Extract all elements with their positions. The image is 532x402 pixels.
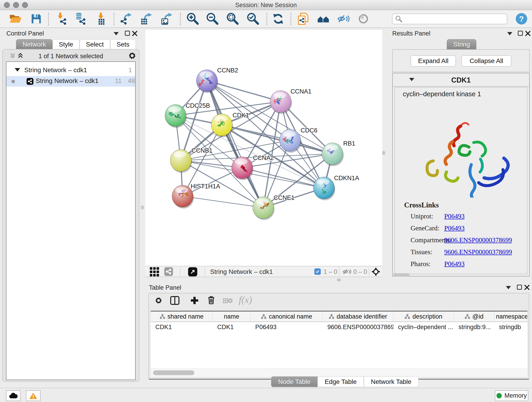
show-glass-effect-button[interactable] xyxy=(356,12,371,26)
import-network-button[interactable] xyxy=(55,12,69,26)
table-panel-close-icon[interactable] xyxy=(524,285,530,290)
tab-node-table[interactable]: Node Table xyxy=(271,376,317,387)
table-cell[interactable]: 9606.ENSP00000378699 xyxy=(323,322,393,332)
column-header-description[interactable]: description xyxy=(393,312,454,322)
table-cell[interactable]: stringdb xyxy=(494,322,527,332)
network-node-CCNA1[interactable]: CCNA1 xyxy=(270,88,312,114)
column-header-name[interactable]: name xyxy=(213,312,251,322)
control-panel-float-icon[interactable] xyxy=(125,31,130,36)
results-panel-close-icon[interactable] xyxy=(525,31,531,36)
save-session-button[interactable] xyxy=(29,12,44,26)
tab-sets[interactable]: Sets xyxy=(110,39,136,50)
table-cell[interactable]: cyclin–dependent ... xyxy=(393,322,454,332)
scrollbar-thumb[interactable] xyxy=(153,370,194,375)
network-node-CCNA2[interactable]: CCNA2 xyxy=(232,154,274,180)
network-node-CCNB2[interactable]: CCNB2 xyxy=(196,67,238,93)
string-protein-query-button[interactable] xyxy=(296,12,310,26)
apply-layout-button[interactable] xyxy=(271,12,285,26)
zoom-in-button[interactable] xyxy=(185,12,200,26)
results-scrollbar-thumb[interactable] xyxy=(393,273,410,276)
table-row[interactable]: CDK1CDK1P064939606.ENSP00000378699cyclin… xyxy=(151,322,527,332)
crosslink-link[interactable]: 9606.ENSP00000378699 xyxy=(444,248,512,260)
birdseye-grid-icon[interactable] xyxy=(149,267,159,277)
table-horizontal-scrollbar[interactable] xyxy=(151,368,527,377)
crosslinks-title: CrossLinks xyxy=(404,201,512,209)
memory-button[interactable]: Memory xyxy=(495,390,528,401)
hide-glass-effect-button[interactable] xyxy=(336,12,351,26)
selected-checkbox-icon[interactable] xyxy=(314,268,321,275)
export-table-button[interactable] xyxy=(139,12,153,26)
horizontal-splitter-handle[interactable] xyxy=(337,279,341,281)
zoom-selected-button[interactable] xyxy=(245,12,260,26)
table-cell[interactable]: P06493 xyxy=(251,322,323,332)
network-node-CDKN1A[interactable]: CDKN1A xyxy=(313,175,359,200)
node-entry-header[interactable]: CDK1 xyxy=(393,73,529,87)
warnings-button[interactable] xyxy=(26,390,41,401)
open-in-window-button[interactable] xyxy=(188,267,197,276)
network-node-CCNE1[interactable]: CCNE1 xyxy=(253,194,295,220)
crosslink-link[interactable]: P06493 xyxy=(444,212,465,224)
import-network-from-database-button[interactable] xyxy=(73,12,88,26)
cloud-status-button[interactable] xyxy=(6,390,21,401)
network-view-canvas[interactable]: CCNB2CCNA1CDC25BCDK1CDC6RB1CCNB1CCNA2CDK… xyxy=(145,30,382,266)
search-field[interactable] xyxy=(402,15,498,22)
network-collection-row[interactable]: String Network – cdk1 1 xyxy=(6,65,135,76)
import-table-button[interactable] xyxy=(94,12,109,26)
control-panel-close-icon[interactable] xyxy=(132,31,138,36)
node-label-CCNB2: CCNB2 xyxy=(217,67,238,74)
table-cell[interactable]: stringdb:9... xyxy=(454,322,494,332)
left-splitter-handle[interactable] xyxy=(141,205,144,210)
string-home-button[interactable] xyxy=(316,12,331,26)
table-panel-float-icon[interactable] xyxy=(517,285,522,290)
tab-string[interactable]: String xyxy=(447,39,476,50)
search-input[interactable] xyxy=(392,13,507,24)
expand-all-button[interactable]: Expand All xyxy=(411,55,456,67)
results-panel-collapse-icon[interactable] xyxy=(507,32,512,35)
tab-style[interactable]: Style xyxy=(52,39,80,50)
control-panel-title: Control Panel xyxy=(6,30,44,37)
export-image-button[interactable] xyxy=(159,12,174,26)
column-header-sharedname[interactable]: shared name xyxy=(151,312,213,322)
show-columns-icon[interactable] xyxy=(170,296,179,305)
network-node-RB1[interactable]: RB1 xyxy=(322,140,355,166)
crosslink-link[interactable]: P06493 xyxy=(444,260,465,272)
network-options-gear-icon[interactable] xyxy=(128,52,136,60)
table-cell[interactable]: CDK1 xyxy=(151,322,213,332)
control-panel-collapse-icon[interactable] xyxy=(114,32,119,35)
results-panel-float-icon[interactable] xyxy=(518,31,523,36)
tree-expand-icon[interactable] xyxy=(15,68,20,71)
right-splitter-handle[interactable] xyxy=(382,151,385,155)
open-session-button[interactable] xyxy=(8,12,23,26)
zoom-fit-button[interactable] xyxy=(225,12,240,26)
tab-select[interactable]: Select xyxy=(80,39,110,50)
node-label-RB1: RB1 xyxy=(343,140,355,147)
crosslink-link[interactable]: P06493 xyxy=(444,224,465,236)
crosshair-icon[interactable] xyxy=(372,268,380,276)
help-button[interactable]: ? xyxy=(514,12,529,26)
tab-network-table[interactable]: Network Table xyxy=(364,376,418,387)
table-cell[interactable]: CDK1 xyxy=(213,322,251,332)
tab-edge-table[interactable]: Edge Table xyxy=(317,376,364,387)
network-node-HIST1H1A[interactable]: HIST1H1A xyxy=(172,183,220,209)
network-type-chip[interactable] xyxy=(164,267,173,276)
zoom-out-button[interactable] xyxy=(205,12,220,26)
network-node-CDC25B[interactable]: CDC25B xyxy=(165,102,210,128)
column-header-namespace[interactable]: namespace xyxy=(494,312,527,322)
delete-column-icon[interactable] xyxy=(208,296,215,304)
collapse-all-button[interactable]: Collapse All xyxy=(462,55,511,67)
add-column-icon[interactable] xyxy=(190,296,199,305)
export-network-button[interactable] xyxy=(119,12,133,26)
tab-network[interactable]: Network xyxy=(16,39,52,50)
network-row[interactable]: String Network – cdk1 11 48 xyxy=(6,76,135,87)
network-node-CDK1[interactable]: CDK1 xyxy=(211,112,249,137)
table-panel-collapse-icon[interactable] xyxy=(506,286,511,289)
column-header-databaseidentifier[interactable]: database identifier xyxy=(323,312,393,322)
crosslink-link[interactable]: 9606.ENSP00000378699 xyxy=(444,236,512,248)
hierarchy-icon xyxy=(465,314,470,319)
network-node-CCNB1[interactable]: CCNB1 xyxy=(170,147,213,173)
column-header-id[interactable]: @id xyxy=(454,312,494,322)
hierarchy-icon xyxy=(405,314,410,319)
table-options-gear-icon[interactable] xyxy=(155,297,162,304)
column-header-canonicalname[interactable]: canonical name xyxy=(251,312,323,322)
crosslink-row: Pharos:P06493 xyxy=(404,260,512,272)
